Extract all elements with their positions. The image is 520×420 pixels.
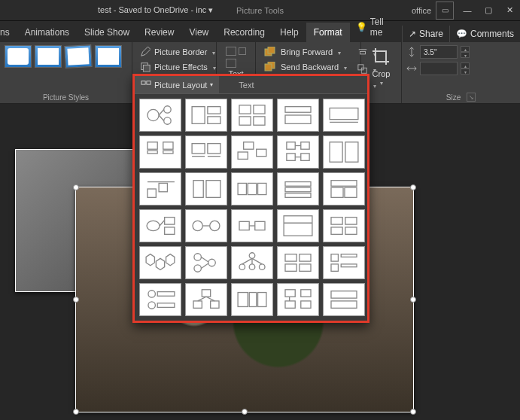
layout-option-l12[interactable]: [185, 172, 227, 205]
svg-line-22: [159, 115, 164, 121]
tab-format[interactable]: Format: [306, 23, 350, 42]
picture-effects-label: Picture Effects: [154, 62, 208, 72]
svg-rect-77: [345, 218, 357, 224]
tab-help[interactable]: Help: [272, 23, 306, 42]
style-thumb[interactable]: [95, 45, 122, 68]
layout-option-l29[interactable]: [277, 283, 319, 316]
layout-option-l20[interactable]: [323, 209, 365, 242]
layout-option-l24[interactable]: [277, 246, 319, 279]
layout-option-l7[interactable]: [185, 135, 227, 169]
svg-point-70: [193, 221, 202, 230]
layout-option-l23[interactable]: [231, 246, 273, 279]
resize-handle-sw[interactable]: [73, 409, 79, 415]
height-input[interactable]: [420, 45, 458, 59]
group-picture-styles: Picture Styles: [0, 42, 132, 103]
picture-layout-header-button[interactable]: Picture Layout ▾: [135, 76, 219, 93]
layout-option-l15[interactable]: [323, 172, 365, 205]
layout-option-l2[interactable]: [185, 99, 227, 132]
tab-recording[interactable]: Recording: [216, 23, 272, 42]
resize-handle-s[interactable]: [242, 409, 248, 415]
close-button[interactable]: ✕: [499, 0, 520, 21]
share-button[interactable]: ↗ Share: [402, 26, 449, 42]
layout-option-l11[interactable]: [139, 172, 181, 205]
svg-rect-48: [301, 154, 309, 160]
svg-rect-68: [165, 218, 175, 224]
bring-forward-button[interactable]: Bring Forward: [260, 45, 350, 59]
width-input[interactable]: [420, 62, 458, 75]
layout-option-l13[interactable]: [231, 172, 273, 205]
style-thumb[interactable]: [5, 45, 32, 68]
layout-option-l22[interactable]: [185, 246, 227, 279]
layout-option-l6[interactable]: [139, 135, 181, 169]
svg-rect-78: [331, 227, 342, 234]
comments-button[interactable]: 💬 Comments: [449, 26, 520, 42]
svg-line-21: [159, 109, 164, 115]
search-box[interactable]: office: [412, 6, 431, 15]
layout-option-l30[interactable]: [323, 283, 365, 316]
layout-option-l8[interactable]: [231, 135, 273, 169]
svg-point-90: [249, 264, 255, 270]
crop-button[interactable]: Crop ▾: [366, 45, 397, 88]
height-spin-up[interactable]: ▴: [461, 46, 470, 52]
resize-handle-ne[interactable]: [410, 184, 416, 190]
svg-rect-76: [331, 218, 342, 224]
width-spin-up[interactable]: ▴: [461, 62, 470, 68]
svg-rect-98: [300, 264, 311, 271]
maximize-button[interactable]: ▢: [478, 0, 499, 21]
layout-option-l10[interactable]: [323, 135, 365, 169]
svg-rect-106: [157, 303, 175, 308]
height-spin-down[interactable]: ▾: [461, 52, 470, 58]
svg-rect-56: [193, 181, 203, 198]
width-icon: [406, 63, 417, 74]
svg-rect-35: [147, 151, 157, 154]
svg-rect-1: [143, 65, 150, 72]
tell-me-label: Tell me: [370, 17, 396, 38]
svg-point-19: [164, 106, 171, 113]
style-thumb[interactable]: [35, 45, 62, 68]
tab-view[interactable]: View: [181, 23, 216, 42]
layout-option-l26[interactable]: [139, 283, 181, 316]
alt-text-button[interactable]: [226, 45, 246, 68]
resize-handle-w[interactable]: [73, 297, 79, 303]
bring-forward-icon: [263, 47, 277, 57]
svg-rect-57: [206, 181, 220, 198]
crop-label: Crop: [373, 69, 391, 78]
minimize-button[interactable]: —: [457, 0, 478, 21]
picture-border-button[interactable]: Picture Border: [137, 45, 219, 59]
layout-option-l18[interactable]: [231, 209, 273, 242]
svg-line-87: [201, 263, 208, 269]
layout-option-l27[interactable]: [185, 283, 227, 316]
style-thumb[interactable]: [64, 44, 93, 68]
layout-option-l21[interactable]: [139, 246, 181, 279]
layout-option-l17[interactable]: [185, 209, 227, 242]
tab-animations[interactable]: Animations: [17, 23, 77, 42]
resize-handle-se[interactable]: [410, 409, 416, 415]
svg-rect-99: [331, 254, 338, 261]
layout-option-l19[interactable]: [277, 209, 319, 242]
picture-effects-button[interactable]: Picture Effects: [137, 60, 219, 74]
picture-styles-gallery[interactable]: [5, 45, 122, 68]
layout-option-l4[interactable]: [277, 99, 319, 132]
dialog-launcher-icon[interactable]: ↘: [467, 93, 476, 102]
height-icon: [406, 47, 417, 57]
layout-option-l28[interactable]: [231, 283, 273, 316]
svg-rect-104: [157, 292, 175, 297]
svg-rect-107: [202, 290, 210, 297]
layout-option-l1[interactable]: [139, 99, 181, 132]
send-backward-button[interactable]: Send Backward: [260, 60, 350, 74]
ribbon-display-options-icon[interactable]: ▭: [436, 2, 454, 20]
layout-option-l5[interactable]: [323, 99, 365, 132]
layout-option-l9[interactable]: [277, 135, 319, 169]
svg-line-93: [242, 258, 252, 264]
layout-option-l14[interactable]: [277, 172, 319, 205]
tab-slide-show[interactable]: Slide Show: [77, 23, 137, 42]
tab-review[interactable]: Review: [137, 23, 181, 42]
resize-handle-e[interactable]: [410, 297, 416, 303]
tab-truncated[interactable]: ns: [0, 23, 17, 42]
layout-option-l3[interactable]: [231, 99, 273, 132]
resize-handle-nw[interactable]: [73, 184, 79, 190]
layout-option-l16[interactable]: [139, 209, 181, 242]
tell-me-button[interactable]: 💡 Tell me: [350, 12, 402, 42]
layout-option-l25[interactable]: [323, 246, 365, 279]
width-spin-down[interactable]: ▾: [461, 68, 470, 75]
